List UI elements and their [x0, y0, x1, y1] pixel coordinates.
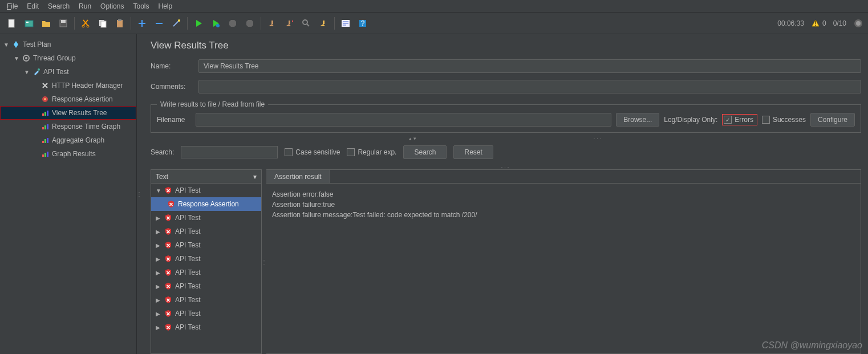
menu-run[interactable]: Run: [74, 1, 96, 11]
stop-icon[interactable]: [225, 16, 240, 31]
wand-icon[interactable]: [169, 16, 184, 31]
results-split-handle[interactable]: ⋮: [262, 169, 266, 354]
result-sample-9[interactable]: ▶API Test: [151, 320, 261, 334]
plus-icon[interactable]: [135, 16, 149, 31]
search-tool-icon[interactable]: [299, 16, 314, 31]
reset-button[interactable]: Reset: [453, 145, 493, 159]
menu-edit[interactable]: Edit: [22, 1, 43, 11]
svg-marker-14: [246, 20, 253, 27]
svg-rect-30: [42, 113, 44, 116]
error-shield-icon: [164, 186, 172, 194]
error-shield-icon: [164, 214, 172, 222]
open-icon[interactable]: [39, 16, 54, 31]
tree-item-view-results[interactable]: View Results Tree: [0, 106, 136, 120]
name-input[interactable]: [198, 59, 861, 73]
error-shield-icon: [164, 241, 172, 249]
case-sensitive-checkbox[interactable]: Case sensitive: [285, 148, 340, 156]
file-fieldset: Write results to file / Read from file F…: [151, 100, 861, 133]
tree-root[interactable]: ▼Test Plan: [0, 38, 136, 51]
chart-icon: [41, 136, 49, 144]
tree-item-graph-results[interactable]: Graph Results: [0, 147, 136, 161]
svg-point-11: [178, 19, 180, 22]
elapsed-time: 00:06:33: [777, 19, 804, 27]
result-sample-4[interactable]: ▶API Test: [151, 252, 261, 266]
tree-item-aggregate[interactable]: Aggregate Graph: [0, 133, 136, 147]
h-splitter-1[interactable]: ▴▾ ···: [151, 137, 861, 140]
menu-file[interactable]: File: [2, 1, 22, 11]
svg-rect-31: [44, 112, 46, 116]
tree-thread-group[interactable]: ▼Thread Group: [0, 51, 136, 65]
result-sample-3[interactable]: ▶API Test: [151, 238, 261, 252]
errors-checkbox[interactable]: Errors: [722, 114, 757, 125]
comments-input[interactable]: [198, 80, 861, 93]
search-button[interactable]: Search: [403, 145, 447, 159]
svg-point-26: [25, 57, 27, 59]
error-shield-icon: [167, 200, 175, 208]
tree-sampler[interactable]: ▼API Test: [0, 65, 136, 79]
tab-assertion-result[interactable]: Assertion result: [266, 170, 330, 183]
result-sample-2[interactable]: ▶API Test: [151, 225, 261, 238]
successes-checkbox[interactable]: Successes: [762, 116, 806, 124]
chart-icon: [41, 150, 49, 158]
menu-search[interactable]: Search: [43, 1, 74, 11]
help-icon[interactable]: ?: [355, 16, 370, 31]
run-no-pause-icon[interactable]: [208, 16, 223, 31]
browse-button[interactable]: Browse...: [616, 113, 659, 127]
result-assertion[interactable]: Response Assertion: [151, 197, 261, 211]
menu-bar: File Edit Search Run Options Tools Help: [0, 0, 868, 13]
tree-item-response-time[interactable]: Response Time Graph: [0, 120, 136, 133]
svg-point-24: [856, 21, 861, 26]
minus-icon[interactable]: [152, 16, 167, 31]
results-tree-panel: Text▾ ▼API Test Response Assertion ▶API …: [151, 169, 262, 354]
menu-tools[interactable]: Tools: [128, 1, 153, 11]
config-icon: [41, 82, 49, 89]
copy-icon[interactable]: [95, 16, 110, 31]
testplan-icon: [12, 40, 20, 48]
new-icon[interactable]: [5, 16, 19, 31]
paste-icon[interactable]: [112, 16, 127, 31]
cut-icon[interactable]: [78, 16, 93, 31]
renderer-dropdown[interactable]: Text▾: [151, 170, 261, 184]
run-icon[interactable]: [191, 16, 206, 31]
templates-icon[interactable]: [22, 16, 36, 31]
vertical-split-handle[interactable]: ⋮: [137, 34, 141, 354]
result-sample-6[interactable]: ▶API Test: [151, 279, 261, 293]
save-icon[interactable]: [56, 16, 71, 31]
panel-title: View Results Tree: [151, 40, 861, 51]
function-icon[interactable]: [338, 16, 353, 31]
gc-icon[interactable]: [853, 18, 863, 29]
regex-checkbox[interactable]: Regular exp.: [347, 148, 396, 156]
svg-marker-13: [229, 20, 236, 27]
h-splitter-2[interactable]: ···: [151, 166, 861, 168]
search-input[interactable]: [181, 146, 278, 158]
result-sample-1[interactable]: ▶API Test: [151, 211, 261, 225]
menu-options[interactable]: Options: [96, 1, 128, 11]
result-sample-8[interactable]: ▶API Test: [151, 307, 261, 320]
assertion-text: Assertion error:false Assertion failure:…: [266, 184, 861, 226]
tree-item-header-manager[interactable]: HTTP Header Manager: [0, 79, 136, 92]
configure-button[interactable]: Configure: [810, 113, 855, 127]
svg-rect-40: [44, 153, 46, 157]
reset-search-icon[interactable]: [316, 16, 331, 31]
error-shield-icon: [164, 255, 172, 263]
clear-icon[interactable]: [265, 16, 279, 31]
tree-item-assertion[interactable]: Response Assertion: [0, 92, 136, 106]
svg-rect-0: [9, 19, 14, 27]
warning-badge[interactable]: ! 0: [811, 19, 826, 28]
svg-text:?: ?: [361, 19, 365, 27]
svg-point-27: [38, 68, 40, 71]
log-display-label: Log/Display Only:: [664, 116, 717, 124]
result-sample-5[interactable]: ▶API Test: [151, 266, 261, 279]
result-sample-7[interactable]: ▶API Test: [151, 293, 261, 307]
clear-all-icon[interactable]: [282, 16, 297, 31]
svg-rect-8: [101, 21, 106, 27]
gear-icon: [22, 54, 30, 62]
comments-label: Comments:: [151, 83, 193, 91]
svg-point-12: [216, 24, 220, 27]
result-sample-0[interactable]: ▼API Test: [151, 184, 261, 197]
menu-help[interactable]: Help: [153, 1, 177, 11]
filename-input[interactable]: [196, 113, 611, 127]
test-plan-tree[interactable]: ▼Test Plan ▼Thread Group ▼API Test HTTP …: [0, 34, 137, 354]
shutdown-icon[interactable]: [242, 16, 257, 31]
svg-point-29: [44, 98, 46, 100]
